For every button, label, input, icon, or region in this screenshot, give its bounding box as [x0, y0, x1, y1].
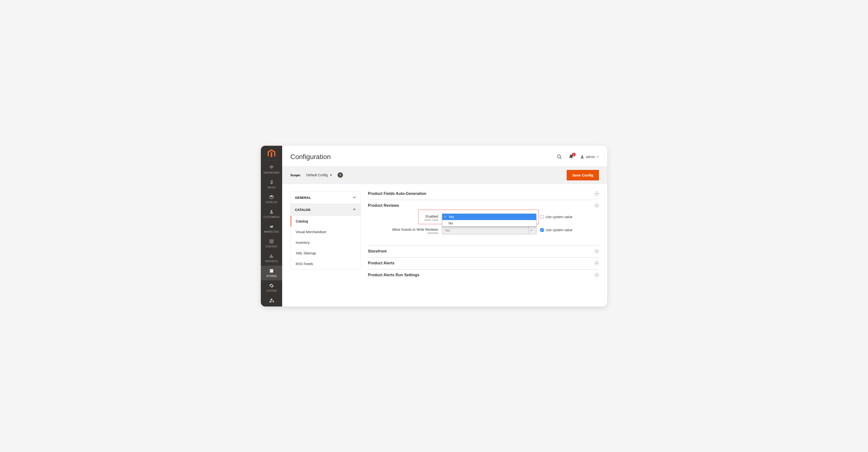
user-menu[interactable]: admin ▼ — [580, 155, 599, 159]
dollar-icon — [261, 180, 282, 185]
tab-label: CATALOG — [295, 208, 310, 212]
use-system-checkbox[interactable] — [540, 215, 544, 219]
chevron-down-circle-icon — [595, 273, 599, 277]
option-no[interactable]: No — [442, 220, 536, 226]
user-icon — [580, 155, 584, 159]
sidebar-label: CATALOG — [261, 201, 282, 204]
boxes-icon — [261, 297, 282, 303]
admin-sidebar: DASHBOARD SALES CATALOG CUSTOMERS MARKET… — [261, 146, 282, 306]
field-label: Enabled [store view] — [368, 214, 438, 221]
subtab-label: Inventory — [296, 240, 310, 245]
sidebar-item-customers[interactable]: CUSTOMERS — [261, 206, 282, 221]
bars-icon — [261, 253, 282, 259]
scope-note: [website] — [368, 231, 438, 234]
section-toggle[interactable]: Storefront — [368, 249, 599, 254]
section-product-alerts-run: Product Alerts Run Settings — [368, 269, 599, 281]
subtab-inventory[interactable]: Inventory — [290, 237, 361, 248]
tab-catalog[interactable]: CATALOG — [290, 204, 361, 216]
subtab-xml-sitemap[interactable]: XML Sitemap — [290, 248, 361, 259]
subtab-catalog[interactable]: Catalog — [290, 216, 361, 227]
sidebar-item-content[interactable]: CONTENT — [261, 236, 282, 251]
caret-down-icon: ▼ — [330, 173, 332, 176]
field-allow-guests: Allow Guests to Write Reviews [website] … — [368, 227, 599, 234]
use-system-label: Use system value — [546, 215, 572, 219]
chevron-down-icon — [352, 196, 356, 200]
gear-icon — [261, 283, 282, 289]
section-toggle[interactable]: Product Alerts Run Settings — [368, 273, 599, 277]
section-title: Product Alerts Run Settings — [368, 273, 420, 277]
label-text: Enabled — [426, 215, 438, 218]
store-icon — [261, 268, 282, 274]
use-system-value[interactable]: Use system value — [540, 214, 572, 219]
sidebar-item-catalog[interactable]: CATALOG — [261, 192, 282, 206]
field-enabled: Enabled [store view] Yes No — [368, 214, 599, 221]
sidebar-label: STORES — [261, 275, 282, 278]
subtab-label: Catalog — [296, 219, 308, 223]
sidebar-label: DASHBOARD — [261, 171, 282, 174]
megaphone-icon — [261, 224, 282, 229]
section-product-reviews: Product Reviews Enabled [store view] — [368, 200, 599, 246]
page-title: Configuration — [290, 153, 331, 161]
chevron-down-circle-icon — [595, 249, 599, 254]
subtab-label: XML Sitemap — [296, 251, 316, 255]
select-box[interactable]: Yes — [442, 227, 536, 234]
sidebar-item-stores[interactable]: STORES — [261, 266, 282, 280]
sidebar-label: SYSTEM — [261, 290, 282, 292]
section-title: Product Fields Auto-Generation — [368, 192, 426, 196]
sidebar-label: CONTENT — [261, 245, 282, 248]
sidebar-label: MARKETING — [261, 230, 282, 233]
top-actions: 1 admin ▼ — [557, 154, 599, 160]
search-icon[interactable] — [557, 154, 562, 160]
notifications-icon[interactable]: 1 — [568, 154, 574, 160]
section-product-alerts: Product Alerts — [368, 258, 599, 269]
scope-label: Scope: — [290, 173, 301, 177]
sidebar-item-dashboard[interactable]: DASHBOARD — [261, 162, 282, 177]
caret-down-icon — [528, 227, 534, 234]
use-system-value[interactable]: Use system value — [540, 227, 572, 232]
section-toggle[interactable]: Product Alerts — [368, 261, 599, 265]
option-yes[interactable]: Yes — [442, 214, 536, 220]
section-body: Enabled [store view] Yes No — [368, 208, 599, 241]
section-title: Storefront — [368, 249, 386, 254]
box-icon — [261, 194, 282, 200]
label-text: Allow Guests to Write Reviews — [392, 228, 438, 231]
sidebar-item-reports[interactable]: REPORTS — [261, 251, 282, 266]
person-icon — [261, 209, 282, 215]
sidebar-item-partners[interactable] — [261, 295, 282, 304]
chevron-up-icon — [352, 208, 356, 212]
use-system-checkbox[interactable] — [540, 228, 544, 232]
scope-value: Default Config — [306, 173, 328, 177]
section-title: Product Alerts — [368, 261, 395, 265]
subtab-visual-merchandiser[interactable]: Visual Merchandiser — [290, 227, 361, 237]
section-storefront: Storefront — [368, 246, 599, 258]
main-area: Configuration 1 admin ▼ Scope: Defaul — [282, 146, 607, 306]
scope-selector[interactable]: Default Config ▼ — [306, 173, 332, 177]
sidebar-label: SALES — [261, 186, 282, 189]
app-frame: DASHBOARD SALES CATALOG CUSTOMERS MARKET… — [261, 146, 607, 306]
content: GENERAL CATALOG Catalog Visual Merchandi… — [282, 184, 607, 306]
sidebar-item-sales[interactable]: SALES — [261, 177, 282, 192]
option-label: No — [448, 221, 453, 225]
subtab-rss-feeds[interactable]: RSS Feeds — [290, 259, 361, 269]
tab-general[interactable]: GENERAL — [290, 192, 361, 204]
section-toggle[interactable]: Product Reviews — [368, 203, 599, 208]
magento-logo[interactable] — [264, 147, 279, 161]
tab-label: GENERAL — [295, 196, 311, 199]
help-icon[interactable]: ? — [338, 172, 343, 178]
gauge-icon — [261, 165, 282, 170]
notification-badge: 1 — [572, 153, 576, 156]
enabled-dropdown: Yes No — [442, 214, 536, 227]
sidebar-item-system[interactable]: SYSTEM — [261, 280, 282, 295]
layout-icon — [261, 238, 282, 244]
section-title: Product Reviews — [368, 203, 399, 208]
sidebar-item-marketing[interactable]: MARKETING — [261, 221, 282, 236]
sidebar-label: REPORTS — [261, 260, 282, 263]
caret-down-icon: ▼ — [596, 155, 599, 158]
config-tabs: GENERAL CATALOG Catalog Visual Merchandi… — [290, 192, 361, 269]
save-config-button[interactable]: Save Config — [567, 170, 599, 181]
guests-select[interactable]: Yes — [442, 227, 536, 234]
subtab-label: Visual Merchandiser — [296, 230, 327, 234]
use-system-label: Use system value — [546, 228, 572, 232]
top-bar: Configuration 1 admin ▼ — [282, 146, 607, 166]
section-toggle[interactable]: Product Fields Auto-Generation — [368, 192, 599, 196]
